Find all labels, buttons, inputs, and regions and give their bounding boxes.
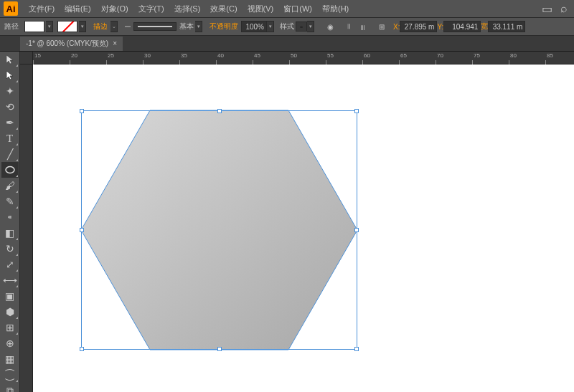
w-input[interactable] (488, 21, 525, 32)
menu-window[interactable]: 窗口(W) (278, 4, 317, 14)
stroke-swatch[interactable] (57, 21, 77, 32)
transform-icon[interactable]: ⊞ (375, 21, 388, 32)
stroke-unit-label: 基本 (179, 21, 194, 32)
ruler-tick: 25 (106, 52, 114, 64)
distribute-icon[interactable]: ⫼ (357, 21, 370, 32)
handle-se[interactable] (354, 347, 359, 351)
canvas-area: 152025303540455055606570758085 (20, 52, 574, 392)
gradient-tool[interactable]: ▦ (1, 351, 19, 367)
ruler-tick: 60 (362, 52, 370, 64)
document-tab-title: -1* @ 600% (CMYK/预览) (26, 39, 108, 49)
selection-tool[interactable] (1, 52, 19, 67)
control-bar: 路径 ▾ ▾ 描边 ⌄ 基本 ▾ 不透明度 ▾ 样式 ▫ ▾ ◉ ⫴ ⫼ ⊞ X… (0, 18, 574, 36)
opacity-link[interactable]: 不透明度 (210, 21, 238, 32)
y-label: Y: (437, 23, 443, 31)
ruler-tick: 65 (399, 52, 407, 64)
scale-tool[interactable]: ⤢ (1, 257, 19, 272)
menu-edit[interactable]: 编辑(E) (60, 4, 96, 14)
bounding-box[interactable] (81, 110, 357, 350)
document-tab[interactable]: -1* @ 600% (CMYK/预览) × (20, 37, 123, 51)
x-label: X: (393, 23, 400, 31)
handle-ne[interactable] (354, 109, 359, 113)
shape-builder-tool[interactable]: ⬢ (1, 304, 19, 320)
divider (125, 26, 131, 27)
search-icon[interactable]: ⌕ (557, 3, 570, 14)
ruler-tick: 40 (216, 52, 224, 64)
selection-type-label: 路径 (4, 21, 19, 32)
perspective-grid-tool[interactable]: ⊞ (1, 320, 19, 335)
ruler-tick: 70 (436, 52, 443, 64)
ruler-tick: 80 (509, 52, 517, 64)
direct-selection-tool[interactable] (1, 67, 19, 83)
menu-type[interactable]: 文字(T) (133, 4, 169, 14)
ruler-tick: 15 (33, 52, 41, 64)
document-tab-bar: -1* @ 600% (CMYK/预览) × (0, 36, 574, 52)
ruler-tick: 75 (472, 52, 480, 64)
handle-s[interactable] (217, 347, 222, 351)
lasso-tool[interactable]: ⟲ (1, 99, 19, 115)
menu-effect[interactable]: 效果(C) (205, 4, 242, 14)
ruler-tick: 85 (545, 52, 553, 64)
mesh-tool[interactable]: ⊕ (1, 335, 19, 351)
blend-tool[interactable]: ⧉ (1, 383, 19, 392)
width-tool[interactable]: ⟷ (1, 272, 19, 288)
menu-view[interactable]: 视图(V) (243, 4, 279, 14)
eyedropper-tool[interactable]: ⁐ (1, 367, 19, 383)
stroke-profile-dropdown[interactable]: ▾ (195, 21, 202, 32)
stroke-weight-dropdown[interactable]: ⌄ (110, 21, 118, 32)
rotate-tool[interactable]: ↻ (1, 241, 19, 257)
stroke-link[interactable]: 描边 (93, 21, 108, 32)
svg-point-0 (6, 167, 14, 173)
line-tool[interactable]: ╱ (1, 146, 19, 162)
ruler-tick: 45 (253, 52, 260, 64)
ruler-tick: 20 (70, 52, 77, 64)
style-label: 样式 (280, 21, 294, 32)
stroke-profile[interactable] (133, 22, 177, 31)
fill-dropdown[interactable]: ▾ (46, 21, 53, 32)
y-input[interactable] (443, 21, 481, 32)
app-logo: Ai (4, 1, 18, 16)
eraser-tool[interactable]: ◧ (1, 225, 19, 241)
opacity-input[interactable] (241, 21, 267, 32)
align-icon[interactable]: ⫴ (342, 21, 355, 32)
handle-nw[interactable] (80, 109, 84, 113)
w-label: 宽 (481, 21, 488, 32)
menu-help[interactable]: 帮助(H) (317, 4, 354, 14)
handle-e[interactable] (354, 228, 359, 232)
paintbrush-tool[interactable]: 🖌 (1, 178, 19, 193)
artboard[interactable] (33, 64, 574, 392)
handle-n[interactable] (217, 109, 222, 113)
handle-sw[interactable] (80, 347, 84, 351)
style-dropdown[interactable]: ▾ (307, 21, 314, 32)
menu-bar: Ai 文件(F) 编辑(E) 对象(O) 文字(T) 选择(S) 效果(C) 视… (0, 0, 574, 18)
layout-icon[interactable]: ▭ (540, 3, 553, 14)
ruler-origin[interactable] (20, 52, 33, 64)
opacity-dropdown[interactable]: ▾ (267, 21, 274, 32)
blob-brush-tool[interactable]: ⁌ (1, 209, 19, 225)
horizontal-ruler[interactable]: 152025303540455055606570758085 (33, 52, 574, 64)
pen-tool[interactable]: ✒ (1, 115, 19, 130)
toolbox: ✦ ⟲ ✒ T ╱ 🖌 ✎ ⁌ ◧ ↻ ⤢ ⟷ ▣ ⬢ ⊞ ⊕ ▦ ⁐ ⧉ ✺ … (0, 52, 20, 392)
ruler-tick: 55 (326, 52, 334, 64)
recolor-icon[interactable]: ◉ (324, 21, 337, 32)
x-input[interactable] (400, 21, 437, 32)
type-tool[interactable]: T (1, 130, 19, 146)
ruler-tick: 50 (289, 52, 297, 64)
style-swatch[interactable]: ▫ (296, 21, 307, 32)
handle-w[interactable] (80, 228, 84, 232)
close-tab-icon[interactable]: × (113, 39, 117, 47)
ruler-tick: 35 (179, 52, 187, 64)
menu-select[interactable]: 选择(S) (169, 4, 206, 14)
stroke-dropdown[interactable]: ▾ (79, 21, 86, 32)
ellipse-tool[interactable] (1, 162, 19, 178)
magic-wand-tool[interactable]: ✦ (1, 83, 19, 99)
fill-swatch[interactable] (24, 21, 44, 32)
ruler-tick: 30 (143, 52, 151, 64)
menu-object[interactable]: 对象(O) (96, 4, 133, 14)
menu-file[interactable]: 文件(F) (24, 4, 60, 14)
pencil-tool[interactable]: ✎ (1, 193, 19, 209)
vertical-ruler[interactable] (20, 64, 33, 392)
free-transform-tool[interactable]: ▣ (1, 288, 19, 304)
